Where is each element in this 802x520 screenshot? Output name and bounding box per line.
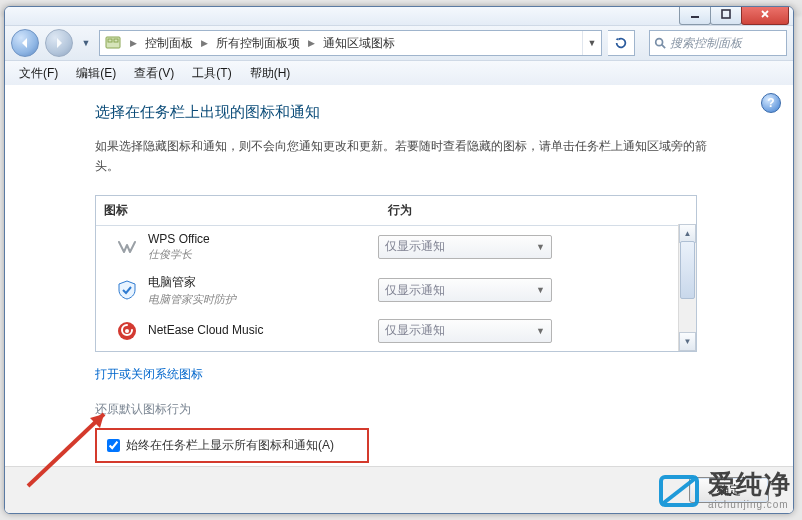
menu-help[interactable]: 帮助(H) xyxy=(242,63,299,84)
menu-bar: 文件(F) 编辑(E) 查看(V) 工具(T) 帮助(H) xyxy=(5,61,793,86)
menu-tools[interactable]: 工具(T) xyxy=(184,63,239,84)
scroll-down-button[interactable]: ▼ xyxy=(679,332,696,351)
breadcrumb-item-control-panel[interactable]: 控制面板 xyxy=(141,31,197,55)
minimize-button[interactable] xyxy=(679,6,711,25)
breadcrumb-item-notification-icons[interactable]: 通知区域图标 xyxy=(319,31,399,55)
address-bar[interactable]: ▶ 控制面板 ▶ 所有控制面板项 ▶ 通知区域图标 ▼ xyxy=(99,30,602,56)
chevron-down-icon: ▼ xyxy=(536,326,545,336)
svg-rect-3 xyxy=(108,39,112,42)
svg-rect-4 xyxy=(114,39,118,42)
control-panel-icon xyxy=(104,34,122,52)
row-sub: 电脑管家实时防护 xyxy=(148,292,378,307)
search-placeholder: 搜索控制面板 xyxy=(670,35,742,52)
always-show-checkbox[interactable] xyxy=(107,439,120,452)
behavior-value: 仅显示通知 xyxy=(385,282,445,299)
nav-history-dropdown[interactable]: ▼ xyxy=(79,38,93,48)
panel-header: 图标 行为 xyxy=(96,196,696,226)
svg-rect-1 xyxy=(722,10,730,18)
behavior-value: 仅显示通知 xyxy=(385,238,445,255)
row-name: WPS Office xyxy=(148,232,378,246)
svg-point-5 xyxy=(656,39,663,46)
menu-edit[interactable]: 编辑(E) xyxy=(68,63,124,84)
row-sub: 仕俊学长 xyxy=(148,247,378,262)
row-name: NetEase Cloud Music xyxy=(148,323,378,337)
chevron-down-icon: ▼ xyxy=(536,242,545,252)
row-name: 电脑管家 xyxy=(148,274,378,291)
address-dropdown[interactable]: ▼ xyxy=(582,31,601,55)
behavior-value: 仅显示通知 xyxy=(385,322,445,339)
watermark-logo-icon xyxy=(658,474,700,508)
chevron-right-icon: ▶ xyxy=(126,38,141,48)
page-description: 如果选择隐藏图标和通知，则不会向您通知更改和更新。若要随时查看隐藏的图标，请单击… xyxy=(95,136,715,177)
content-area: ? 选择在任务栏上出现的图标和通知 如果选择隐藏图标和通知，则不会向您通知更改和… xyxy=(5,85,793,513)
watermark: 爱纯净 aichunjing.com xyxy=(658,471,792,510)
shield-icon xyxy=(116,279,138,301)
menu-view[interactable]: 查看(V) xyxy=(126,63,182,84)
watermark-url: aichunjing.com xyxy=(708,499,792,510)
svg-rect-0 xyxy=(691,16,699,18)
table-row: NetEase Cloud Music 仅显示通知 ▼ xyxy=(96,313,696,349)
column-header-icon[interactable]: 图标 xyxy=(96,196,380,225)
chevron-right-icon: ▶ xyxy=(304,38,319,48)
icons-panel: 图标 行为 WPS Office 仕俊学长 xyxy=(95,195,697,352)
breadcrumb-item-all-items[interactable]: 所有控制面板项 xyxy=(212,31,304,55)
watermark-brand: 爱纯净 xyxy=(708,471,792,497)
scroll-thumb[interactable] xyxy=(680,241,695,299)
close-button[interactable] xyxy=(741,6,789,25)
behavior-select[interactable]: 仅显示通知 ▼ xyxy=(378,319,552,343)
always-show-label: 始终在任务栏上显示所有图标和通知(A) xyxy=(126,437,334,454)
refresh-button[interactable] xyxy=(608,30,635,56)
chevron-down-icon: ▼ xyxy=(536,285,545,295)
window-buttons xyxy=(679,6,789,25)
column-header-behavior[interactable]: 行为 xyxy=(380,196,696,225)
search-icon xyxy=(654,37,666,49)
help-icon[interactable]: ? xyxy=(761,93,781,113)
panel-rows: WPS Office 仕俊学长 仅显示通知 ▼ xyxy=(96,226,696,352)
table-row: WPS Office 仕俊学长 仅显示通知 ▼ xyxy=(96,226,696,268)
table-row: 电脑管家 电脑管家实时防护 仅显示通知 ▼ xyxy=(96,268,696,313)
menu-file[interactable]: 文件(F) xyxy=(11,63,66,84)
nav-back-button[interactable] xyxy=(11,29,39,57)
behavior-select[interactable]: 仅显示通知 ▼ xyxy=(378,278,552,302)
control-panel-window: ▼ ▶ 控制面板 ▶ 所有控制面板项 ▶ 通知区域图标 ▼ 搜索控制面板 xyxy=(4,6,794,514)
link-system-icons[interactable]: 打开或关闭系统图标 xyxy=(95,366,203,383)
page-title: 选择在任务栏上出现的图标和通知 xyxy=(95,103,763,122)
search-input[interactable]: 搜索控制面板 xyxy=(649,30,787,56)
panel-scrollbar[interactable]: ▲ ▼ xyxy=(678,224,696,351)
chevron-right-icon: ▶ xyxy=(197,38,212,48)
svg-point-7 xyxy=(125,329,129,333)
always-show-checkbox-row[interactable]: 始终在任务栏上显示所有图标和通知(A) xyxy=(95,428,369,463)
nav-forward-button[interactable] xyxy=(45,29,73,57)
navigation-bar: ▼ ▶ 控制面板 ▶ 所有控制面板项 ▶ 通知区域图标 ▼ 搜索控制面板 xyxy=(5,25,793,61)
maximize-button[interactable] xyxy=(710,6,742,25)
restore-default-label: 还原默认图标行为 xyxy=(95,401,763,418)
wps-icon xyxy=(116,236,138,258)
window-titlebar xyxy=(5,7,793,25)
netease-icon xyxy=(116,320,138,342)
behavior-select[interactable]: 仅显示通知 ▼ xyxy=(378,235,552,259)
